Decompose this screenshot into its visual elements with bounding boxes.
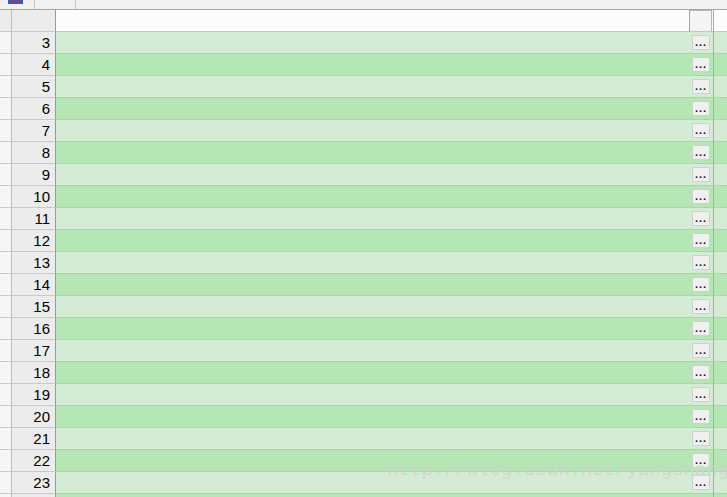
cell-expand-button[interactable]: ...: [692, 365, 710, 380]
overflow-cell: [714, 450, 727, 472]
cell-expand-button[interactable]: ...: [692, 35, 710, 50]
row-number[interactable]: 4: [12, 54, 56, 76]
table-row: 13 | 2 | NESTED LOOPS | | 1 | 539 | 5 (0…: [0, 252, 727, 274]
cell-expand-button[interactable]: ...: [692, 189, 710, 204]
header-cell-button[interactable]: [689, 10, 712, 32]
cell-expand-button[interactable]: ...: [692, 167, 710, 182]
row-number[interactable]: 7: [12, 120, 56, 142]
row-number[interactable]: 6: [12, 98, 56, 120]
table-row: 10 -------------------------------------…: [0, 186, 727, 208]
cell-expand-button[interactable]: ...: [692, 101, 710, 116]
cell-expand-button[interactable]: ...: [692, 123, 710, 138]
cell-expand-button[interactable]: ...: [692, 211, 710, 226]
table-row: 22 4 - access("T1"."ID"="T2"."ID") ...: [0, 450, 727, 472]
plan-output-cell[interactable]: Predicate Information (identified by ope…: [56, 384, 714, 406]
column-header-cell[interactable]: PLAN_TABLE_OUTPUT: [56, 10, 714, 32]
row-indicator-cell: [0, 164, 12, 186]
cell-expand-button[interactable]: ...: [692, 431, 710, 446]
row-number[interactable]: 17: [12, 340, 56, 362]
plan-output-cell[interactable]: | 0 | SELECT STATEMENT | | | | 5 (100)| …: [56, 208, 714, 230]
plan-output-cell[interactable]: | 3 | TABLE ACCESS FULL | T2 | 1 | 515 |…: [56, 274, 714, 296]
row-number[interactable]: 11: [12, 208, 56, 230]
cell-expand-button[interactable]: ...: [692, 343, 710, 358]
row-number[interactable]: 16: [12, 318, 56, 340]
plsql-results-window: PLAN_TABLE_OUTPUT 3 select /*+ dynamic_s…: [0, 0, 727, 497]
row-number[interactable]: 10: [12, 186, 56, 208]
row-number[interactable]: 14: [12, 274, 56, 296]
plan-output-cell[interactable]: ----------------------------------------…: [56, 406, 714, 428]
table-row: 20 -------------------------------------…: [0, 406, 727, 428]
row-number[interactable]: 9: [12, 164, 56, 186]
cell-expand-button[interactable]: ...: [692, 321, 710, 336]
row-number[interactable]: 21: [12, 428, 56, 450]
row-number[interactable]: 23: [12, 472, 56, 494]
plan-output-cell[interactable]: | 2 | NESTED LOOPS | | 1 | 539 | 5 (0)| …: [56, 252, 714, 274]
table-row: 12 | 1 | NESTED LOOPS | | 1 | 539 | 5 (0…: [0, 230, 727, 252]
results-grid: PLAN_TABLE_OUTPUT 3 select /*+ dynamic_s…: [0, 10, 727, 497]
cell-expand-button[interactable]: ...: [692, 387, 710, 402]
plan-output-cell[interactable]: |* 4 | INDEX RANGE SCAN | IND_T1 | 1 | |…: [56, 296, 714, 318]
row-number-header: [12, 10, 56, 32]
plan-output-cell[interactable]: ...: [56, 362, 714, 384]
overflow-cell: [714, 142, 727, 164]
header-overflow-cell: [714, 10, 727, 32]
table-row: 9 | Id | Operation | Name | Rows | Bytes…: [0, 164, 727, 186]
plan-output-cell[interactable]: ...: [56, 428, 714, 450]
overflow-cell: [714, 318, 727, 340]
toolbar-separator: [75, 0, 76, 9]
row-indicator-cell: [0, 428, 12, 450]
plan-output-cell[interactable]: | Id | Operation | Name | Rows | Bytes |…: [56, 164, 714, 186]
row-indicator-cell: [0, 186, 12, 208]
plan-output-cell[interactable]: 4 - access("T1"."ID"="T2"."ID") ...: [56, 450, 714, 472]
plan-output-cell[interactable]: ----------------------------------------…: [56, 186, 714, 208]
row-number[interactable]: 18: [12, 362, 56, 384]
plan-output-cell[interactable]: ...: [56, 120, 714, 142]
table-row: 5 ...: [0, 76, 727, 98]
corner-cell: [0, 10, 12, 32]
cell-expand-button[interactable]: ...: [692, 453, 710, 468]
cell-expand-button[interactable]: ...: [692, 299, 710, 314]
overflow-cell: [714, 120, 727, 142]
plan-output-cell[interactable]: ...: [56, 76, 714, 98]
row-indicator-cell: [0, 76, 12, 98]
cell-expand-button[interactable]: ...: [692, 409, 710, 424]
table-row: 8 --------------------------------------…: [0, 142, 727, 164]
row-indicator-cell: [0, 450, 12, 472]
row-number[interactable]: 8: [12, 142, 56, 164]
row-indicator-cell: [0, 340, 12, 362]
toolbar-separator: [34, 0, 35, 9]
plan-output-cell[interactable]: Plan hash value: 2420962043 ...: [56, 98, 714, 120]
overflow-cell: [714, 230, 727, 252]
overflow-cell: [714, 406, 727, 428]
row-number[interactable]: 5: [12, 76, 56, 98]
cell-expand-button[interactable]: ...: [692, 145, 710, 160]
cell-expand-button[interactable]: ...: [692, 79, 710, 94]
cell-expand-button[interactable]: ...: [692, 277, 710, 292]
cell-expand-button[interactable]: ...: [692, 57, 710, 72]
row-number[interactable]: 22: [12, 450, 56, 472]
plan-output-cell[interactable]: where t1.id=t2.id ...: [56, 54, 714, 76]
plan-output-cell[interactable]: | 1 | NESTED LOOPS | | 1 | 539 | 5 (0)| …: [56, 230, 714, 252]
row-number[interactable]: 19: [12, 384, 56, 406]
plan-output-cell[interactable]: | 5 | TABLE ACCESS BY INDEX ROWID| T1 | …: [56, 318, 714, 340]
row-number[interactable]: 20: [12, 406, 56, 428]
overflow-cell: [714, 362, 727, 384]
plan-output-cell[interactable]: select /*+ dynamic_sampling(t2 0) cardin…: [56, 32, 714, 54]
row-number[interactable]: 15: [12, 296, 56, 318]
cell-expand-button[interactable]: ...: [692, 233, 710, 248]
table-row: 17 -------------------------------------…: [0, 340, 727, 362]
row-number[interactable]: 3: [12, 32, 56, 54]
cell-expand-button[interactable]: ...: [692, 255, 710, 270]
row-number[interactable]: 13: [12, 252, 56, 274]
table-row: 6 Plan hash value: 2420962043 ...: [0, 98, 727, 120]
plan-output-cell[interactable]: ----------------------------------------…: [56, 142, 714, 164]
cell-expand-button[interactable]: ...: [692, 475, 710, 490]
row-indicator-cell: [0, 32, 12, 54]
row-number[interactable]: 12: [12, 230, 56, 252]
row-indicator-cell: [0, 230, 12, 252]
plan-output-cell[interactable]: ----------------------------------------…: [56, 340, 714, 362]
table-row: 18 ...: [0, 362, 727, 384]
row-indicator-cell: [0, 318, 12, 340]
overflow-cell: [714, 274, 727, 296]
plan-output-cell[interactable]: ...: [56, 472, 714, 494]
